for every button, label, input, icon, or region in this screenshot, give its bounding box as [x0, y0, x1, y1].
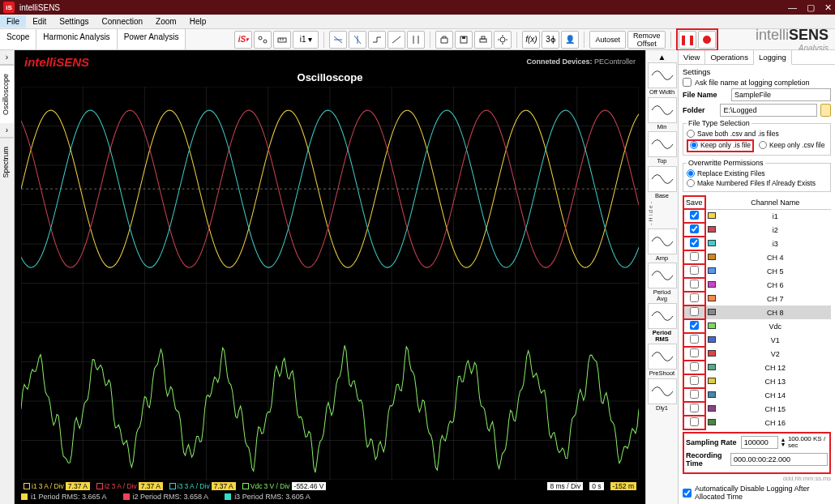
- maximize-icon[interactable]: ▢: [807, 2, 815, 13]
- menu-help[interactable]: Help: [183, 15, 213, 28]
- menu-edit[interactable]: Edit: [26, 15, 53, 28]
- save-checkbox-CH 4[interactable]: [690, 252, 699, 261]
- meas-base[interactable]: Base: [648, 166, 677, 199]
- meas-amp[interactable]: Amp: [648, 229, 677, 262]
- time-off-chip[interactable]: -152 m: [608, 481, 639, 491]
- channel-row-Vdc[interactable]: Vdc: [683, 319, 831, 333]
- user-button[interactable]: 👤: [561, 31, 579, 49]
- save-checkbox-i1[interactable]: [690, 211, 699, 220]
- save-checkbox-i2[interactable]: [690, 224, 699, 233]
- open-button[interactable]: [435, 31, 453, 49]
- meas-period-rms[interactable]: Period RMS: [648, 303, 677, 342]
- trigger-edge-button[interactable]: [368, 31, 386, 49]
- meas-off-width[interactable]: Off Width: [648, 62, 677, 96]
- slope-button[interactable]: [388, 31, 405, 49]
- channel-select[interactable]: i1 ▾: [293, 31, 319, 49]
- scale-chip-i3[interactable]: i3 3 A / Div 7.37 A: [167, 481, 238, 491]
- menu-file[interactable]: File: [0, 15, 26, 28]
- meas-dly1[interactable]: Dly1: [648, 378, 677, 412]
- brightness-button[interactable]: [494, 31, 512, 49]
- channel-row-CH 16[interactable]: CH 16: [683, 416, 831, 429]
- save-checkbox-i3[interactable]: [690, 238, 699, 247]
- save-checkbox-CH 8[interactable]: [690, 307, 699, 316]
- channel-row-CH 6[interactable]: CH 6: [683, 278, 831, 292]
- save-checkbox-Vdc[interactable]: [690, 321, 699, 330]
- is-button[interactable]: iS▾: [234, 31, 252, 49]
- side-tab-oscilloscope[interactable]: Oscilloscope: [0, 65, 14, 123]
- meas-top[interactable]: Top: [648, 131, 677, 164]
- recording-time-input[interactable]: [730, 453, 828, 466]
- pause-button[interactable]: ❚❚: [679, 31, 696, 49]
- ow-number-radio[interactable]: Make Numbered Files If Already Exists: [687, 179, 827, 187]
- channel-row-CH 15[interactable]: CH 15: [683, 402, 831, 416]
- channel-row-V1[interactable]: V1: [683, 333, 831, 347]
- ruler-button[interactable]: [273, 31, 291, 49]
- tab-power[interactable]: Power Analysis: [118, 29, 186, 49]
- save-checkbox-CH 14[interactable]: [690, 390, 699, 399]
- autoset-button[interactable]: Autoset: [589, 31, 626, 49]
- filter-button[interactable]: [254, 31, 272, 49]
- scale-chip-Vdc[interactable]: Vdc 3 V / Div -552.46 V: [240, 481, 329, 491]
- time-div-chip[interactable]: 8 ms / Div: [545, 481, 585, 491]
- right-tab-operations[interactable]: Operations: [705, 50, 753, 64]
- meas-period-avg[interactable]: Period Avg: [648, 263, 677, 301]
- collapse-mid-button[interactable]: ›: [0, 123, 14, 138]
- save-checkbox-V2[interactable]: [690, 348, 699, 357]
- ft-is-radio[interactable]: Keep only .is file: [690, 141, 751, 149]
- ow-replace-radio[interactable]: Replace Existing Files: [687, 169, 827, 177]
- channel-row-CH 7[interactable]: CH 7: [683, 292, 831, 305]
- folder-input[interactable]: [720, 104, 817, 117]
- tab-harmonic[interactable]: Harmonic Analysis: [36, 29, 117, 49]
- channel-row-CH 13[interactable]: CH 13: [683, 374, 831, 388]
- channel-row-CH 5[interactable]: CH 5: [683, 264, 831, 278]
- time-pos-chip[interactable]: 0 s: [587, 481, 606, 491]
- save-checkbox-CH 6[interactable]: [690, 280, 699, 288]
- channel-row-CH 8[interactable]: CH 8: [683, 305, 831, 319]
- tab-scope[interactable]: Scope: [0, 29, 36, 49]
- rate-spinner[interactable]: ▲▼: [780, 438, 786, 447]
- auto-disable-row[interactable]: Automatically Disable Logging After Allo…: [683, 485, 831, 501]
- side-tab-spectrum[interactable]: Spectrum: [0, 138, 14, 186]
- meas-preshoot[interactable]: PreShoot: [648, 344, 677, 377]
- three-phase-button[interactable]: 3ϕ: [542, 31, 559, 49]
- channel-row-i2[interactable]: i2: [683, 223, 831, 237]
- channel-row-i1[interactable]: i1: [683, 209, 831, 223]
- plot-area[interactable]: [21, 87, 639, 480]
- channel-row-V2[interactable]: V2: [683, 347, 831, 361]
- scale-chip-i1[interactable]: i1 3 A / Div 7.37 A: [21, 481, 92, 491]
- fx-button[interactable]: f(x): [522, 31, 540, 49]
- measure-button[interactable]: [407, 31, 425, 49]
- minimize-icon[interactable]: —: [788, 2, 797, 13]
- save-checkbox-CH 13[interactable]: [690, 376, 699, 385]
- auto-disable-checkbox[interactable]: [683, 489, 692, 498]
- record-button[interactable]: [698, 31, 716, 49]
- save-button[interactable]: [455, 31, 473, 49]
- ask-filename-checkbox[interactable]: [683, 78, 692, 87]
- close-icon[interactable]: ✕: [824, 2, 832, 13]
- cursor-v-button[interactable]: [349, 31, 366, 49]
- channel-row-i3[interactable]: i3: [683, 237, 831, 250]
- ask-filename-row[interactable]: Ask file name at logging completion: [683, 78, 831, 87]
- save-checkbox-CH 5[interactable]: [690, 266, 699, 275]
- right-tab-view[interactable]: View: [679, 50, 705, 64]
- browse-folder-button[interactable]: [820, 104, 831, 117]
- ft-csv-radio[interactable]: Keep only .csv file: [759, 139, 825, 151]
- cursor-h-button[interactable]: [329, 31, 347, 49]
- menu-connection[interactable]: Connection: [96, 15, 150, 28]
- save-checkbox-CH 7[interactable]: [690, 293, 699, 302]
- channel-row-CH 4[interactable]: CH 4: [683, 250, 831, 264]
- scale-chip-i2[interactable]: i2 3 A / Div 7.37 A: [94, 481, 165, 491]
- sampling-rate-input[interactable]: [741, 436, 778, 449]
- channel-row-CH 12[interactable]: CH 12: [683, 361, 831, 374]
- channel-row-CH 14[interactable]: CH 14: [683, 388, 831, 402]
- ft-both-radio[interactable]: Save both .csv and .is files: [687, 130, 827, 138]
- filename-input[interactable]: [731, 88, 831, 101]
- save-checkbox-CH 12[interactable]: [690, 362, 699, 371]
- meas-scroll-up[interactable]: ▲: [657, 52, 667, 62]
- save-checkbox-CH 16[interactable]: [690, 417, 699, 426]
- remove-offset-button[interactable]: Remove Offset: [627, 31, 666, 49]
- collapse-top-button[interactable]: ›: [0, 50, 14, 65]
- right-tab-logging[interactable]: Logging: [754, 50, 792, 65]
- print-button[interactable]: [474, 31, 492, 49]
- save-checkbox-V1[interactable]: [690, 335, 699, 344]
